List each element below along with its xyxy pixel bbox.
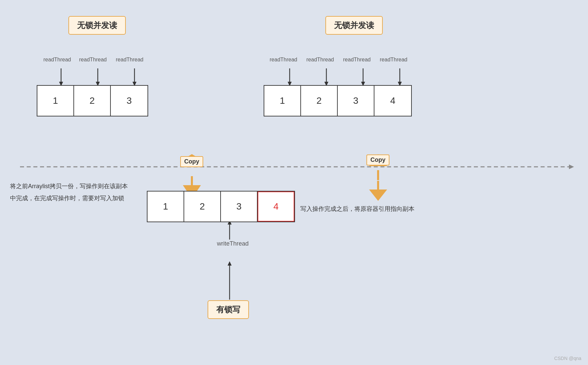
copy-left-button: Copy (180, 156, 203, 167)
svg-marker-27 (228, 261, 232, 266)
bottom-cell-1: 1 (148, 192, 184, 222)
top-left-label: 无锁并发读 (68, 16, 126, 35)
top-left-cell-1: 1 (37, 86, 74, 116)
bottom-array: 1 2 3 4 (147, 191, 295, 222)
top-right-cell-1: 1 (264, 86, 301, 116)
thread-label-right-3: readThread (343, 57, 371, 63)
thread-label-left-3: readThread (116, 57, 143, 63)
top-left-array: 1 2 3 (37, 85, 148, 116)
top-right-cell-4: 4 (374, 86, 411, 116)
top-left-cell-3: 3 (111, 86, 148, 116)
thread-label-right-1: readThread (270, 57, 297, 63)
copy-right-button: Copy (366, 154, 389, 165)
diagram-container: 无锁并发读 readThread readThread readThread 1… (0, 0, 588, 365)
bottom-cell-2: 2 (184, 192, 221, 222)
svg-marker-23 (369, 190, 387, 201)
thread-label-right-4: readThread (380, 57, 407, 63)
top-right-label: 无锁并发读 (325, 16, 383, 35)
thread-label-left-1: readThread (43, 57, 71, 63)
bottom-label-box: 有锁写 (208, 300, 249, 319)
top-right-array: 1 2 3 4 (264, 85, 412, 116)
top-right-cell-2: 2 (301, 86, 338, 116)
bottom-cell-3: 3 (221, 192, 258, 222)
thread-label-right-2: readThread (306, 57, 334, 63)
thread-label-left-2: readThread (79, 57, 107, 63)
left-description: 将之前Arraylist拷贝一份，写操作则在该副本中完成，在完成写操作时，需要对… (10, 180, 128, 204)
write-thread-label: writeThread (217, 240, 249, 247)
watermark: CSDN @qna (554, 356, 581, 361)
top-right-cell-3: 3 (338, 86, 374, 116)
bottom-cell-4: 4 (258, 192, 294, 222)
svg-marker-15 (569, 164, 574, 169)
right-description: 写入操作完成之后，将原容器引用指向副本 (300, 204, 414, 214)
top-left-cell-2: 2 (74, 86, 111, 116)
